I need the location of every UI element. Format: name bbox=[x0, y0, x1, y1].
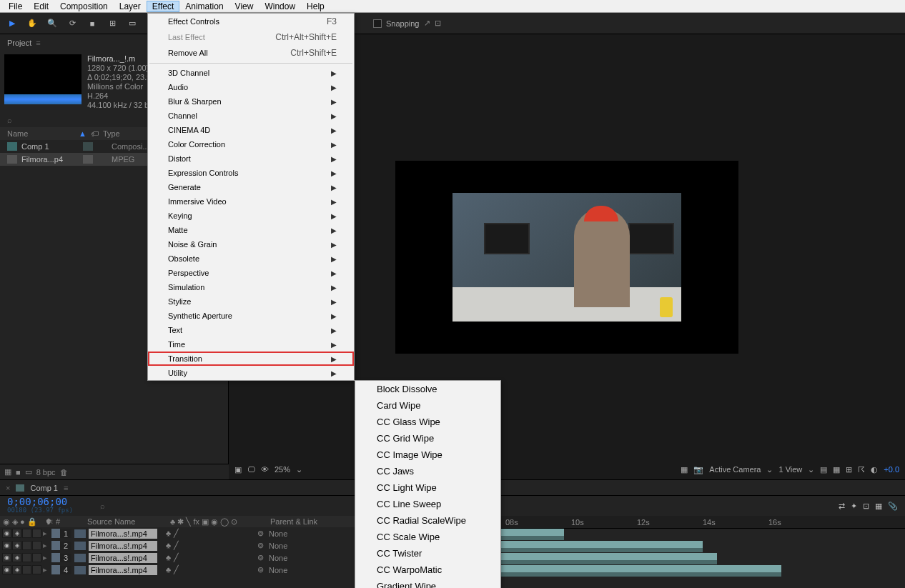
snapping-toggle[interactable]: Snapping ↗ ⊡ bbox=[373, 19, 441, 28]
zoom-level[interactable]: 25% bbox=[275, 465, 290, 474]
effect-cat-distort[interactable]: Distort▶ bbox=[148, 151, 354, 166]
chevron-down-icon[interactable]: ⌄ bbox=[808, 465, 814, 474]
menu-window[interactable]: Window bbox=[259, 1, 301, 12]
shy-icon[interactable]: 🗣 bbox=[46, 517, 56, 526]
layer-row[interactable]: ◉◈ ▸ 2 Filmora...s!.mp4 ♣ ╱ ⊚ None bbox=[0, 539, 360, 552]
col-name[interactable]: Name bbox=[7, 129, 79, 138]
footer-icon[interactable]: ▭ bbox=[25, 467, 32, 477]
parent-select[interactable]: None bbox=[269, 529, 326, 538]
camera-tool-icon[interactable]: ■ bbox=[84, 16, 100, 31]
effect-item-effect-controls[interactable]: Effect ControlsF3 bbox=[148, 14, 354, 29]
parent-select[interactable]: None bbox=[269, 554, 326, 562]
visibility-toggle[interactable]: ◉ bbox=[2, 529, 11, 538]
snap-icon-1[interactable]: ↗ bbox=[424, 19, 430, 28]
transition-cc-light-wipe[interactable]: CC Light Wipe bbox=[355, 479, 500, 496]
selection-tool-icon[interactable]: ▶ bbox=[4, 16, 20, 31]
parent-select[interactable]: None bbox=[269, 566, 326, 574]
tl-btn[interactable]: ⊡ bbox=[863, 502, 869, 511]
viewer-btn[interactable]: ☈ bbox=[858, 465, 865, 474]
audio-toggle[interactable]: ◈ bbox=[12, 565, 21, 574]
effect-item-remove-all[interactable]: Remove AllCtrl+Shift+E bbox=[148, 45, 354, 61]
lock-toggle[interactable] bbox=[32, 565, 41, 574]
layer-switches[interactable]: ♣ ╱ bbox=[157, 529, 257, 538]
label-color[interactable] bbox=[51, 553, 60, 562]
transition-cc-jaws[interactable]: CC Jaws bbox=[355, 463, 500, 479]
layer-switches[interactable]: ♣ ╱ bbox=[157, 565, 257, 574]
layer-row[interactable]: ◉◈ ▸ 4 Filmora...s!.mp4 ♣ ╱ ⊚ None bbox=[0, 564, 360, 576]
transition-block-dissolve[interactable]: Block Dissolve bbox=[355, 381, 500, 397]
audio-toggle[interactable]: ◈ bbox=[12, 553, 21, 562]
exposure-icon[interactable]: ◐ bbox=[871, 465, 878, 474]
transition-cc-radial-scalewipe[interactable]: CC Radial ScaleWipe bbox=[355, 512, 500, 529]
rect-tool-icon[interactable]: ▭ bbox=[124, 16, 140, 31]
viewer-btn[interactable]: ▦ bbox=[681, 465, 688, 474]
effect-cat-3d-channel[interactable]: 3D Channel▶ bbox=[148, 66, 354, 80]
anchor-tool-icon[interactable]: ⊞ bbox=[104, 16, 120, 31]
visibility-toggle[interactable]: ◉ bbox=[2, 553, 11, 562]
sort-icon[interactable]: ▲ bbox=[79, 129, 86, 138]
effect-cat-blur-sharpen[interactable]: Blur & Sharpen▶ bbox=[148, 94, 354, 109]
search-icon[interactable]: ⌕ bbox=[100, 502, 105, 510]
viewer-btn[interactable]: 🖵 bbox=[247, 465, 255, 474]
rotate-tool-icon[interactable]: ⟳ bbox=[64, 16, 80, 31]
parent-select[interactable]: None bbox=[269, 542, 326, 550]
viewer-btn[interactable]: 📷 bbox=[693, 465, 703, 474]
panel-menu-icon[interactable]: ≡ bbox=[64, 484, 68, 492]
footer-icon[interactable]: ▦ bbox=[4, 467, 11, 477]
pickwhip-icon[interactable]: ⊚ bbox=[257, 541, 269, 550]
transition-cc-image-wipe[interactable]: CC Image Wipe bbox=[355, 447, 500, 463]
layer-switches[interactable]: ♣ ╱ bbox=[157, 553, 257, 562]
effect-cat-matte[interactable]: Matte▶ bbox=[148, 223, 354, 237]
zoom-tool-icon[interactable]: 🔍 bbox=[44, 16, 60, 31]
viewer-btn[interactable]: ▣ bbox=[234, 465, 242, 474]
viewer-btn[interactable]: ▤ bbox=[820, 465, 827, 474]
chevron-down-icon[interactable]: ⌄ bbox=[766, 465, 773, 474]
effect-cat-perspective[interactable]: Perspective▶ bbox=[148, 266, 354, 280]
solo-toggle[interactable] bbox=[22, 565, 31, 574]
layer-row[interactable]: ◉◈ ▸ 1 Filmora...s!.mp4 ♣ ╱ ⊚ None bbox=[0, 527, 360, 539]
footer-icon[interactable]: ■ bbox=[16, 468, 21, 477]
solo-toggle[interactable] bbox=[22, 553, 31, 562]
transition-cc-grid-wipe[interactable]: CC Grid Wipe bbox=[355, 430, 500, 447]
close-icon[interactable]: × bbox=[6, 484, 10, 492]
solo-toggle[interactable] bbox=[22, 529, 31, 538]
transition-gradient-wipe[interactable]: Gradient Wipe bbox=[355, 578, 500, 588]
effect-cat-stylize[interactable]: Stylize▶ bbox=[148, 294, 354, 309]
asset-thumbnail[interactable] bbox=[4, 54, 81, 104]
pickwhip-icon[interactable]: ⊚ bbox=[257, 565, 269, 574]
pickwhip-icon[interactable]: ⊚ bbox=[257, 553, 269, 562]
layer-switches[interactable]: ♣ ╱ bbox=[157, 541, 257, 550]
viewer-btn[interactable]: 👁 bbox=[261, 465, 269, 474]
layer-name[interactable]: Filmora...s!.mp4 bbox=[89, 553, 157, 563]
audio-toggle[interactable]: ◈ bbox=[12, 529, 21, 538]
effect-cat-simulation[interactable]: Simulation▶ bbox=[148, 280, 354, 294]
label-color[interactable] bbox=[51, 541, 60, 550]
effect-cat-cinema-4d[interactable]: CINEMA 4D▶ bbox=[148, 123, 354, 137]
lock-toggle[interactable] bbox=[32, 529, 41, 538]
tl-btn[interactable]: ⇄ bbox=[839, 502, 845, 511]
bpc-label[interactable]: 8 bpc bbox=[36, 468, 56, 477]
layer-name[interactable]: Filmora...s!.mp4 bbox=[89, 529, 157, 539]
audio-toggle[interactable]: ◈ bbox=[12, 541, 21, 550]
col-type[interactable]: Type bbox=[103, 129, 120, 138]
lock-toggle[interactable] bbox=[32, 541, 41, 550]
transition-cc-line-sweep[interactable]: CC Line Sweep bbox=[355, 496, 500, 512]
effect-cat-noise-grain[interactable]: Noise & Grain▶ bbox=[148, 237, 354, 251]
effect-cat-transition[interactable]: Transition▶ bbox=[148, 352, 354, 366]
visibility-toggle[interactable]: ◉ bbox=[2, 565, 11, 574]
effect-cat-obsolete[interactable]: Obsolete▶ bbox=[148, 251, 354, 266]
effect-cat-synthetic-aperture[interactable]: Synthetic Aperture▶ bbox=[148, 309, 354, 323]
effect-cat-expression-controls[interactable]: Expression Controls▶ bbox=[148, 166, 354, 180]
effect-cat-utility[interactable]: Utility▶ bbox=[148, 366, 354, 380]
transition-card-wipe[interactable]: Card Wipe bbox=[355, 397, 500, 414]
effect-cat-text[interactable]: Text▶ bbox=[148, 323, 354, 337]
expand-icon[interactable]: ▸ bbox=[43, 529, 51, 538]
layer-name[interactable]: Filmora...s!.mp4 bbox=[89, 565, 157, 575]
view-select[interactable]: 1 View bbox=[778, 465, 802, 474]
viewer-frame[interactable] bbox=[395, 161, 738, 354]
menu-effect[interactable]: Effect bbox=[147, 1, 179, 12]
tl-btn[interactable]: ✦ bbox=[851, 502, 857, 511]
menu-layer[interactable]: Layer bbox=[114, 1, 147, 12]
transition-cc-warpomatic[interactable]: CC WarpoMatic bbox=[355, 562, 500, 578]
visibility-toggle[interactable]: ◉ bbox=[2, 541, 11, 550]
